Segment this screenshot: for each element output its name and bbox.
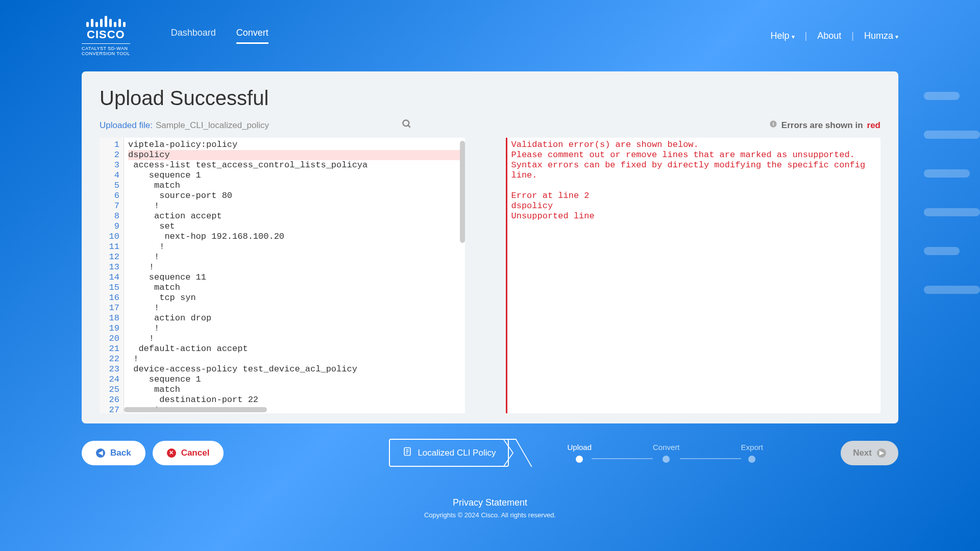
code-line[interactable]: default-action accept xyxy=(128,344,461,354)
step-dot xyxy=(576,456,583,463)
separator: | xyxy=(805,31,807,41)
code-line[interactable]: sequence 1 xyxy=(128,374,461,385)
code-content[interactable]: viptela-policy:policydspolicy access-lis… xyxy=(124,138,465,413)
page-title: Upload Successful xyxy=(100,87,880,110)
svg-text:i: i xyxy=(773,121,774,127)
sub-row: Uploaded file: Sample_CLI_localized_poli… xyxy=(100,119,880,132)
code-line[interactable]: match xyxy=(128,283,461,293)
brand-name: CISCO xyxy=(87,28,125,41)
step-line xyxy=(592,458,653,459)
breadcrumb-label: Localized CLI Policy xyxy=(418,448,496,458)
code-line[interactable]: device-access-policy test_device_acl_pol… xyxy=(128,364,461,374)
chevron-down-icon: ▾ xyxy=(895,33,898,40)
main-nav: Dashboard Convert xyxy=(171,28,268,44)
svg-line-1 xyxy=(408,126,410,128)
error-notice-text: Errors are shown in xyxy=(781,120,863,131)
error-notice-red: red xyxy=(867,120,880,131)
brand-sub: CATALYST SD-WAN CONVERSION TOOL xyxy=(82,43,130,56)
code-line[interactable]: sequence 1 xyxy=(128,170,461,181)
background-decoration xyxy=(924,92,980,294)
search-icon[interactable] xyxy=(402,119,412,132)
step-label: Convert xyxy=(653,443,680,452)
code-line[interactable]: access-list test_access_control_lists_po… xyxy=(128,160,461,170)
step-export: Export xyxy=(741,443,763,463)
code-line[interactable]: action drop xyxy=(128,313,461,323)
step-convert: Convert xyxy=(653,443,680,463)
code-line[interactable]: source-port 80 xyxy=(128,191,461,201)
code-line[interactable]: destination-port 22 xyxy=(128,395,461,405)
svg-point-0 xyxy=(403,120,409,127)
code-line[interactable]: ! xyxy=(128,303,461,313)
error-notice: i Errors are shown in red xyxy=(769,120,880,131)
header: CISCO CATALYST SD-WAN CONVERSION TOOL Da… xyxy=(0,0,980,71)
arrow-shape xyxy=(502,440,514,466)
document-icon xyxy=(402,446,412,460)
arrow-right-icon: ▶ xyxy=(877,448,886,458)
code-line[interactable]: ! xyxy=(128,242,461,252)
code-line[interactable]: viptela-policy:policy xyxy=(128,140,461,150)
code-line[interactable]: dspolicy xyxy=(128,150,461,160)
code-line[interactable]: ! xyxy=(128,334,461,344)
editors-row: 1234567891011121314151617181920212223242… xyxy=(100,138,880,413)
nav-dashboard[interactable]: Dashboard xyxy=(171,28,216,44)
step-dot xyxy=(663,456,670,463)
code-line[interactable]: ! xyxy=(128,201,461,211)
info-icon: i xyxy=(769,120,777,131)
next-button[interactable]: Next ▶ xyxy=(841,441,898,465)
scrollbar-vertical[interactable] xyxy=(460,141,465,243)
step-line xyxy=(680,458,741,459)
code-line[interactable]: match xyxy=(128,181,461,191)
code-line[interactable]: set xyxy=(128,221,461,232)
code-line[interactable]: next-hop 192.168.100.20 xyxy=(128,232,461,242)
separator: | xyxy=(851,31,854,41)
code-line[interactable]: ! xyxy=(128,262,461,272)
step-dot xyxy=(748,456,755,463)
close-icon: ✕ xyxy=(167,448,176,458)
arrow-left-icon: ◀ xyxy=(96,448,105,458)
copyright: Copyrights © 2024 Cisco. All rights rese… xyxy=(0,511,980,519)
back-label: Back xyxy=(110,448,131,458)
nav-user[interactable]: Humza▾ xyxy=(864,31,898,41)
code-line[interactable]: ! xyxy=(128,323,461,334)
footer-text: Privacy Statement Copyrights © 2024 Cisc… xyxy=(0,497,980,519)
privacy-link[interactable]: Privacy Statement xyxy=(0,497,980,508)
chevron-down-icon: ▾ xyxy=(792,33,795,40)
nav-convert[interactable]: Convert xyxy=(236,28,268,44)
back-button[interactable]: ◀ Back xyxy=(82,441,145,465)
next-label: Next xyxy=(853,448,872,458)
nav-about[interactable]: About xyxy=(817,31,841,41)
line-gutter: 1234567891011121314151617181920212223242… xyxy=(100,138,124,413)
cancel-label: Cancel xyxy=(181,448,210,458)
scrollbar-horizontal[interactable] xyxy=(124,407,267,412)
logo[interactable]: CISCO CATALYST SD-WAN CONVERSION TOOL xyxy=(82,16,130,56)
main-panel: Upload Successful Uploaded file: Sample_… xyxy=(82,71,898,423)
code-editor[interactable]: 1234567891011121314151617181920212223242… xyxy=(100,138,465,413)
code-line[interactable]: ! xyxy=(128,354,461,364)
code-line[interactable]: action accept xyxy=(128,211,461,221)
step-label: Upload xyxy=(567,443,592,452)
nav-right: Help▾ | About | Humza▾ xyxy=(771,31,898,41)
cisco-logo-icon xyxy=(86,16,126,27)
uploaded-file-label: Uploaded file: xyxy=(100,120,153,131)
code-line[interactable]: match xyxy=(128,385,461,395)
cancel-button[interactable]: ✕ Cancel xyxy=(153,441,224,465)
uploaded-file-name: Sample_CLI_localized_policy xyxy=(156,120,269,131)
code-line[interactable]: ! xyxy=(128,252,461,262)
error-panel: Validation error(s) are shown below. Ple… xyxy=(506,138,881,413)
step-label: Export xyxy=(741,443,763,452)
code-line[interactable]: sequence 11 xyxy=(128,272,461,283)
step-upload: Upload xyxy=(567,443,592,463)
breadcrumb-tag: Localized CLI Policy xyxy=(389,439,509,467)
footer-bar: ◀ Back ✕ Cancel Localized CLI Policy Upl… xyxy=(82,439,898,467)
nav-help[interactable]: Help▾ xyxy=(771,31,795,41)
step-indicator: UploadConvertExport xyxy=(567,443,763,463)
code-line[interactable]: tcp syn xyxy=(128,293,461,303)
